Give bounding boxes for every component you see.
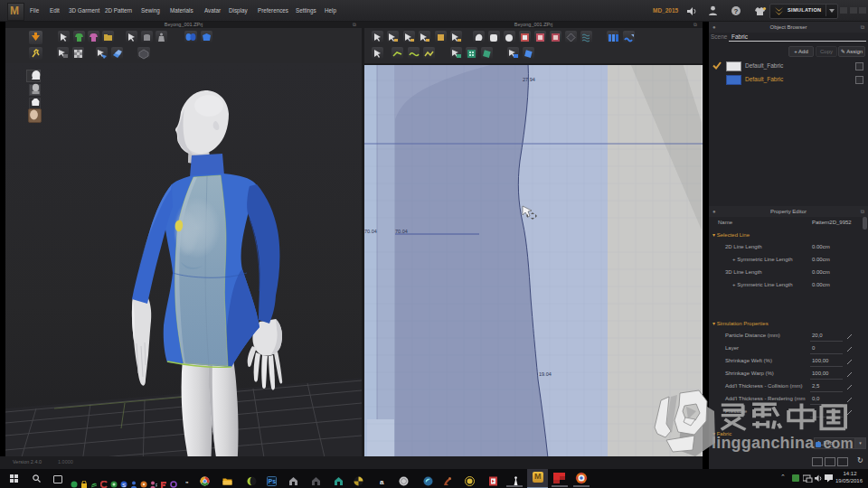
svg-text:19.04: 19.04 — [539, 371, 552, 377]
svg-text:”: ” — [185, 481, 189, 487]
svg-text:27.94: 27.94 — [523, 77, 535, 82]
svg-text:Ps: Ps — [269, 478, 277, 484]
svg-text:S: S — [122, 483, 126, 488]
svg-text:70.04: 70.04 — [395, 229, 408, 234]
svg-text:R: R — [156, 483, 157, 488]
svg-text:70.04: 70.04 — [364, 229, 377, 234]
svg-text:?: ? — [734, 7, 739, 15]
svg-text:a: a — [380, 478, 384, 486]
